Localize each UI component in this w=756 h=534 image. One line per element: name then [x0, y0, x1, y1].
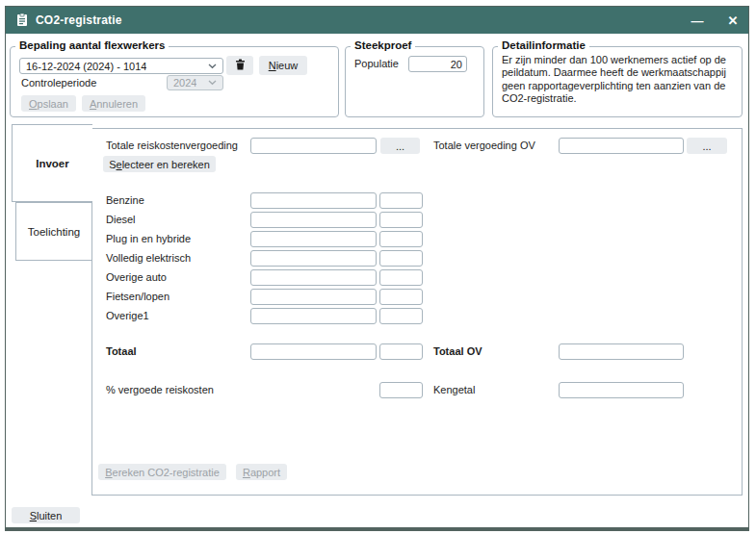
chevron-down-icon: [208, 80, 217, 86]
ellipsis-icon: ...: [702, 140, 711, 152]
fuel-row-label: Diesel: [106, 212, 136, 228]
title-bar: CO2-registratie — ✕: [6, 7, 748, 34]
totaal-label: Totaal: [106, 343, 137, 360]
totaal-input[interactable]: [250, 343, 377, 360]
opslaan-button: Opslaan: [21, 95, 76, 112]
fuel-row-input[interactable]: [250, 289, 377, 305]
fuel-row-input-small[interactable]: [379, 269, 423, 286]
totale-reiskosten-label: Totale reiskostenvergoeding: [106, 138, 238, 154]
totale-reiskosten-browse-button[interactable]: ...: [380, 138, 420, 154]
rapport-button: Rapport: [236, 464, 287, 480]
fuel-row-input[interactable]: [250, 192, 377, 209]
fuel-row-label: Plug in en hybride: [106, 231, 191, 247]
fuel-row-label: Overige1: [106, 308, 149, 324]
chevron-down-icon: [208, 64, 217, 69]
fuel-row-input[interactable]: [250, 212, 377, 228]
close-button[interactable]: ✕: [721, 7, 744, 34]
detail-info-text: Er zijn minder dan 100 werknemers actief…: [502, 54, 739, 106]
kengetal-label: Kengetal: [433, 382, 475, 398]
group-bepaling-flexwerkers: Bepaling aantal flexwerkers 16-12-2024 (…: [10, 46, 339, 117]
minimize-button[interactable]: —: [686, 7, 709, 34]
totale-ov-label: Totale vergoeding OV: [433, 138, 535, 154]
fuel-row-label: Fietsen/lopen: [106, 289, 169, 305]
trash-icon: [235, 59, 246, 72]
fuel-row-label: Benzine: [106, 192, 144, 209]
totale-reiskosten-input[interactable]: [250, 138, 377, 154]
fuel-row-input-small[interactable]: [379, 308, 423, 324]
delete-peildatum-button[interactable]: [226, 56, 253, 75]
group-detailinformatie: Detailinformatie Er zijn minder dan 100 …: [492, 46, 743, 117]
populatie-input[interactable]: [408, 56, 467, 72]
tab-toelichting[interactable]: Toelichting: [15, 202, 91, 261]
group-title: Bepaling aantal flexwerkers: [15, 39, 169, 51]
fuel-row-input[interactable]: [250, 231, 377, 247]
controleperiode-label: Controleperiode: [21, 75, 96, 91]
group-title: Steekproef: [351, 39, 415, 51]
fuel-row-input-small[interactable]: [379, 231, 423, 247]
fuel-row-label: Overige auto: [106, 269, 167, 286]
totaal-ov-label: Totaal OV: [433, 343, 482, 360]
fuel-row-label: Volledig elektrisch: [106, 250, 191, 267]
co2-registratie-dialog: CO2-registratie — ✕ Bepaling aantal flex…: [5, 6, 749, 531]
fuel-row-input-small[interactable]: [379, 250, 423, 267]
pct-vergoede-reiskosten-input[interactable]: [379, 382, 423, 398]
bereken-co2-registratie-button: Bereken CO2-registratie: [98, 464, 226, 480]
totale-ov-browse-button[interactable]: ...: [687, 138, 727, 154]
fuel-row-input[interactable]: [250, 269, 377, 286]
fuel-row-input-small[interactable]: [379, 192, 423, 209]
window-title: CO2-registratie: [36, 13, 122, 27]
fuel-row-input[interactable]: [250, 308, 377, 324]
tab-invoer[interactable]: Invoer: [12, 124, 92, 202]
ellipsis-icon: ...: [396, 140, 404, 152]
selecteer-en-bereken-button[interactable]: Selecteer en bereken: [103, 156, 216, 172]
totale-ov-input[interactable]: [559, 138, 684, 154]
pct-vergoede-reiskosten-label: % vergoede reiskosten: [106, 382, 214, 398]
group-title: Detailinformatie: [498, 39, 589, 51]
registration-document-icon: [16, 13, 28, 27]
fuel-row-input-small[interactable]: [379, 212, 423, 228]
sluiten-button[interactable]: Sluiten: [12, 507, 80, 523]
controleperiode-combobox: 2024: [167, 75, 223, 90]
totaal-ov-input[interactable]: [559, 343, 684, 360]
annuleren-button: Annuleren: [82, 95, 145, 112]
peildatum-combobox[interactable]: 16-12-2024 (2024) - 1014: [19, 58, 223, 74]
kengetal-input[interactable]: [559, 382, 684, 398]
fuel-row-input[interactable]: [250, 250, 377, 267]
totaal-input-small[interactable]: [379, 343, 423, 360]
group-steekproef: Steekproef Populatie: [345, 46, 484, 117]
nieuw-button[interactable]: Nieuw: [259, 56, 307, 75]
fuel-row-input-small[interactable]: [379, 289, 423, 305]
populatie-label: Populatie: [354, 56, 399, 72]
